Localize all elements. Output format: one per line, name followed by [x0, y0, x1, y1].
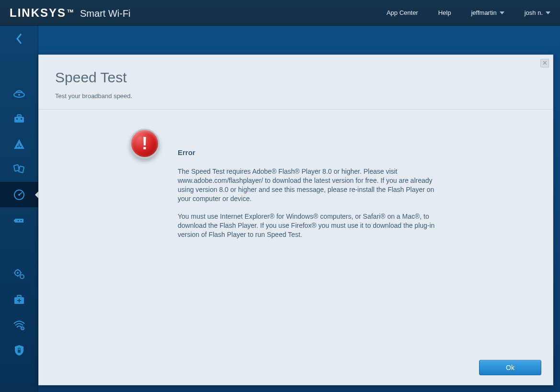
ok-button[interactable]: Ok [479, 360, 541, 375]
alert-glyph: ! [142, 134, 148, 154]
panel-header: Speed Test Test your broadband speed. [39, 55, 553, 110]
body-area: ✕ Speed Test Test your broadband speed. … [0, 26, 560, 392]
speed-test-panel: ✕ Speed Test Test your broadband speed. … [38, 55, 553, 385]
medkit-icon [13, 294, 25, 305]
sidebar-item-wireless[interactable] [0, 312, 38, 337]
gauge-icon [13, 189, 25, 201]
shield-lock-icon [13, 344, 25, 357]
ok-button-label: Ok [506, 364, 514, 371]
svg-rect-5 [21, 118, 22, 120]
nav-user-account-label: josh n. [525, 9, 543, 16]
svg-rect-9 [13, 165, 19, 171]
nav-user-network-label: jeffmartin [471, 9, 496, 16]
sidebar-item-parental[interactable] [0, 131, 38, 157]
svg-rect-15 [14, 220, 15, 222]
media-icon [13, 164, 25, 175]
error-heading: Error [178, 148, 446, 157]
parental-icon [13, 138, 25, 150]
nav-help[interactable]: Help [438, 9, 451, 16]
sidebar-item-toolbox[interactable] [0, 106, 38, 131]
panel-close-button[interactable]: ✕ [540, 59, 549, 67]
svg-rect-4 [16, 118, 18, 120]
panel-title: Speed Test [55, 69, 537, 86]
error-paragraph-2: You must use Internet Explorer® for Wind… [178, 212, 446, 239]
error-text-block: Error The Speed Test requires Adobe® Fla… [178, 148, 446, 344]
svg-point-17 [20, 220, 21, 221]
sidebar [0, 26, 38, 392]
svg-rect-26 [17, 295, 21, 297]
header-links: App Center Help jeffmartin josh n. [387, 9, 550, 16]
svg-rect-31 [18, 350, 21, 353]
gear-icon [13, 268, 25, 280]
error-paragraph-1: The Speed Test requires Adobe® Flash® Pl… [178, 167, 446, 203]
svg-point-13 [18, 194, 20, 196]
sidebar-item-usb[interactable] [0, 207, 38, 233]
chevron-down-icon [500, 11, 504, 14]
brand-logo: LINKSYSTM [10, 6, 73, 20]
sidebar-back-button[interactable] [5, 31, 34, 47]
usb-icon [13, 215, 25, 225]
app-header: LINKSYSTM Smart Wi-Fi App Center Help je… [0, 0, 560, 26]
svg-point-6 [17, 146, 18, 147]
sidebar-item-speedtest[interactable] [0, 182, 38, 207]
panel-body: ! Error The Speed Test requires Adobe® F… [39, 110, 553, 353]
sidebar-item-router[interactable] [0, 80, 38, 106]
error-icon-container: ! [130, 148, 163, 344]
chevron-left-icon [15, 33, 23, 45]
svg-point-20 [20, 275, 24, 279]
svg-rect-8 [19, 144, 20, 146]
wifi-icon [12, 320, 26, 330]
panel-subtitle: Test your broadband speed. [55, 92, 537, 100]
svg-point-19 [17, 272, 19, 274]
nav-app-center[interactable]: App Center [387, 9, 418, 16]
nav-app-center-label: App Center [387, 9, 418, 16]
svg-rect-14 [15, 219, 23, 223]
nav-user-network[interactable]: jeffmartin [471, 9, 504, 16]
panel-footer: Ok [39, 353, 553, 385]
alert-icon: ! [130, 129, 160, 158]
svg-point-30 [22, 328, 23, 329]
brand-subtitle: Smart Wi-Fi [80, 8, 131, 19]
svg-rect-10 [18, 166, 23, 173]
main-area: ✕ Speed Test Test your broadband speed. … [38, 26, 560, 392]
chevron-down-icon [546, 11, 550, 14]
sidebar-item-settings[interactable] [0, 261, 38, 287]
sidebar-item-media[interactable] [0, 157, 38, 182]
brand-text: LINKSYS [10, 6, 66, 19]
svg-point-1 [18, 94, 20, 96]
nav-user-account[interactable]: josh n. [525, 9, 550, 16]
tm-mark: TM [67, 9, 73, 13]
nav-help-label: Help [438, 9, 451, 16]
svg-rect-28 [17, 300, 21, 301]
svg-point-16 [17, 220, 18, 221]
svg-rect-2 [14, 117, 24, 123]
sidebar-item-security[interactable] [0, 337, 38, 363]
svg-rect-3 [17, 115, 21, 117]
toolbox-icon [13, 113, 25, 124]
svg-point-7 [20, 146, 21, 147]
sidebar-item-diagnostics[interactable] [0, 287, 38, 312]
close-icon: ✕ [542, 59, 548, 67]
router-icon [13, 88, 25, 99]
brand-block: LINKSYSTM Smart Wi-Fi [10, 6, 131, 20]
